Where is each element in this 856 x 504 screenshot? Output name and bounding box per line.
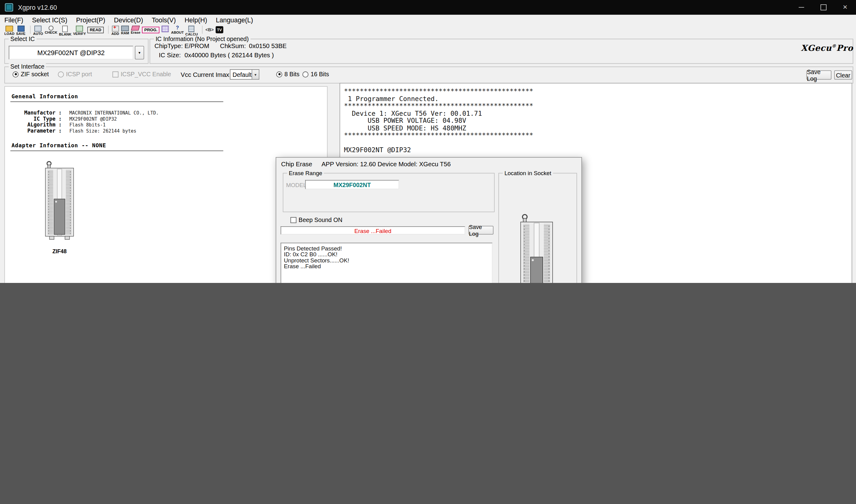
toolbar-verify-button[interactable]: VERIFY bbox=[73, 26, 86, 36]
zif-socket-icon bbox=[43, 160, 76, 243]
ic-info-legend: IC Information (No Project opened) bbox=[154, 36, 251, 42]
selected-ic-field[interactable]: MX29F002NT @DIP32 bbox=[9, 46, 133, 60]
chksum-value: 0x0150 53BE bbox=[249, 42, 287, 49]
select-ic-legend: Select IC bbox=[9, 36, 36, 42]
eraser-icon bbox=[131, 26, 140, 31]
auto-icon bbox=[35, 26, 42, 32]
minimize-button[interactable] bbox=[790, 0, 812, 15]
toolbar-separator bbox=[30, 26, 30, 34]
general-information-header: Genenal Information bbox=[11, 93, 78, 100]
ram-chip-icon bbox=[121, 26, 129, 31]
tv-icon: TV bbox=[216, 26, 223, 33]
vcc-current-select[interactable]: Default ▼ bbox=[230, 69, 259, 79]
icsp-vcc-checkbox[interactable]: ICSP_VCC Enable bbox=[113, 71, 171, 77]
toolbar-read-button[interactable]: READ bbox=[88, 26, 104, 33]
select-ic-dropdown-button[interactable]: ▼ bbox=[135, 46, 144, 60]
chiptype-value: E/PROM bbox=[185, 42, 209, 49]
toolbar-blank-button[interactable]: BLANK bbox=[59, 26, 72, 36]
maximize-icon bbox=[820, 4, 826, 11]
toolbar-check-button[interactable]: CHECK bbox=[45, 26, 57, 35]
toolbar-prog-button[interactable]: PROG. bbox=[142, 26, 160, 33]
title-bar: Xgpro v12.60 ✕ bbox=[0, 0, 856, 15]
menu-select-ic[interactable]: Select IC(S) bbox=[28, 15, 72, 25]
xgpro-window: Xgpro v12.60 ✕ File(F) Select IC(S) Proj… bbox=[0, 0, 856, 283]
vcc-current-label: Vcc Current Imax: bbox=[181, 71, 231, 78]
toolbar-auto-button[interactable]: AUTO bbox=[33, 26, 43, 36]
menu-language[interactable]: Language(L) bbox=[211, 15, 257, 25]
blank-page-icon bbox=[63, 26, 68, 32]
icsize-value: 0x40000 Bytes ( 262144 Bytes ) bbox=[185, 52, 274, 58]
menu-project[interactable]: Project(P) bbox=[72, 15, 110, 25]
model-label: MODEL bbox=[286, 182, 307, 188]
toolbar-separator bbox=[202, 26, 203, 34]
angle-b-icon: <B> bbox=[205, 27, 213, 32]
toolbar-tv-button[interactable]: TV bbox=[216, 26, 224, 33]
toolbar-calcu-button[interactable]: CALCU bbox=[185, 26, 198, 36]
minimize-icon bbox=[799, 7, 804, 8]
toolbar-ram-button[interactable]: RAM bbox=[121, 26, 129, 35]
beep-sound-checkbox[interactable]: Beep Sound ON bbox=[291, 216, 342, 223]
toolbar: LOAD SAVE AUTO CHECK BLANK VERIFY READ bbox=[0, 26, 856, 36]
dialog-save-log-button[interactable]: Save Log bbox=[468, 226, 493, 235]
window-title: Xgpro v12.60 bbox=[18, 4, 57, 11]
ic-info-group: IC Information (No Project opened) ChipT… bbox=[150, 39, 853, 64]
magnifier-icon bbox=[49, 26, 54, 31]
8-bits-radio[interactable]: 8 Bits bbox=[276, 71, 299, 77]
select-ic-group: Select IC MX29F002NT @DIP32 ▼ bbox=[4, 39, 148, 64]
toolbar-load-button[interactable]: LOAD bbox=[4, 26, 14, 36]
toolbar-grid-button[interactable] bbox=[161, 26, 170, 32]
menu-tools[interactable]: Tools(V) bbox=[148, 15, 180, 25]
zif-socket-graphic bbox=[43, 160, 76, 243]
set-interface-group: Set Interface ZIF socket ICSP port ICSP_… bbox=[4, 67, 853, 83]
toolbar-add-button[interactable]: ADD bbox=[111, 26, 120, 36]
16-bits-radio[interactable]: 16 Bits bbox=[303, 71, 329, 77]
app-icon bbox=[5, 3, 13, 12]
divider bbox=[11, 101, 223, 102]
chip-erase-dialog: Chip EraseAPP Version: 12.60 Device Mode… bbox=[276, 157, 582, 283]
zif-socket-icon bbox=[518, 213, 555, 283]
zif-socket-graphic bbox=[518, 213, 555, 283]
toolbar-separator bbox=[108, 26, 108, 34]
read-boxed-label: READ bbox=[88, 26, 104, 33]
add-chip-icon bbox=[112, 26, 119, 32]
icsize-label: IC Size: bbox=[159, 52, 181, 58]
grid-icon bbox=[162, 26, 169, 32]
zif-socket-radio[interactable]: ZIF socket bbox=[13, 71, 49, 77]
menu-device[interactable]: Device(D) bbox=[110, 15, 148, 25]
dialog-title: Chip EraseAPP Version: 12.60 Device Mode… bbox=[281, 161, 450, 167]
erase-status-field: Erase ...Failed bbox=[281, 226, 465, 235]
parameter-row: Parameter :Flash Size: 262144 bytes bbox=[11, 124, 136, 135]
verify-icon bbox=[76, 26, 83, 32]
question-icon bbox=[176, 26, 179, 31]
divider bbox=[11, 151, 223, 151]
adapter-information-header: Adapter Information -- NONE bbox=[11, 142, 106, 148]
model-value-field: MX29F002NT bbox=[305, 180, 399, 189]
chevron-down-icon: ▼ bbox=[138, 51, 141, 54]
folder-open-icon bbox=[5, 26, 13, 32]
chevron-down-icon: ▼ bbox=[252, 70, 259, 79]
dialog-log-text: Pins Detected Passed! ID: 0x C2 B0 .....… bbox=[281, 243, 492, 272]
menu-help[interactable]: Help(H) bbox=[180, 15, 211, 25]
maximize-button[interactable] bbox=[812, 0, 834, 15]
save-log-button[interactable]: Save Log bbox=[806, 70, 832, 79]
chiptype-label: ChipType: bbox=[154, 42, 183, 49]
toolbar-erase-button[interactable]: Erase bbox=[131, 26, 141, 35]
toolbar-bits-button[interactable]: <B> bbox=[205, 26, 213, 32]
log-text: ****************************************… bbox=[340, 84, 852, 159]
location-in-socket-group: Location in Socket ZIF48 bbox=[498, 173, 577, 283]
set-interface-legend: Set Interface bbox=[9, 64, 46, 70]
close-icon: ✕ bbox=[842, 4, 848, 11]
clear-button[interactable]: Clear bbox=[834, 70, 852, 79]
erase-range-group: Erase Range MODEL MX29F002NT bbox=[283, 173, 495, 212]
zif48-label: ZIF48 bbox=[43, 248, 76, 254]
dialog-log-box: Pins Detected Passed! ID: 0x C2 B0 .....… bbox=[281, 243, 493, 283]
xgecu-pro-logo: XGecu®Pro bbox=[801, 43, 853, 53]
menu-file[interactable]: File(F) bbox=[0, 15, 28, 25]
menu-bar: File(F) Select IC(S) Project(P) Device(D… bbox=[0, 15, 856, 26]
icsp-port-radio[interactable]: ICSP port bbox=[58, 71, 92, 77]
close-button[interactable]: ✕ bbox=[834, 0, 856, 15]
calculator-icon bbox=[188, 26, 194, 32]
toolbar-about-button[interactable]: ABOUT bbox=[171, 26, 184, 35]
chksum-label: ChkSum: bbox=[220, 42, 246, 49]
toolbar-save-button[interactable]: SAVE bbox=[16, 26, 25, 36]
